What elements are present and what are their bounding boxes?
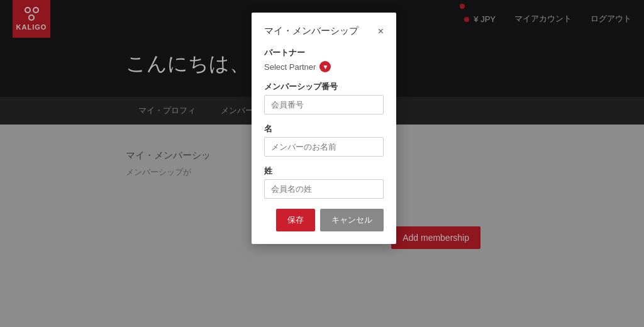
last-name-input[interactable]	[264, 179, 384, 199]
partner-select-text: Select Partner	[264, 62, 316, 72]
last-name-label: 姓	[264, 165, 384, 177]
membership-number-section: メンバーシップ番号	[264, 81, 384, 114]
cancel-button[interactable]: キャンセル	[320, 209, 384, 231]
membership-number-label: メンバーシップ番号	[264, 81, 384, 92]
modal-header: マイ・メンバーシップ ×	[264, 25, 384, 37]
partner-dropdown-icon: ▼	[319, 61, 331, 72]
modal-title: マイ・メンバーシップ	[264, 25, 358, 37]
save-button[interactable]: 保存	[276, 209, 315, 231]
last-name-section: 姓	[264, 165, 384, 199]
first-name-section: 名	[264, 123, 384, 157]
partner-section: パートナー Select Partner ▼	[264, 47, 384, 72]
first-name-label: 名	[264, 123, 384, 135]
modal-add-membership: マイ・メンバーシップ × パートナー Select Partner ▼ メンバー…	[252, 13, 396, 244]
modal-close-button[interactable]: ×	[378, 26, 384, 37]
partner-label: パートナー	[264, 47, 384, 58]
partner-select[interactable]: Select Partner ▼	[264, 61, 384, 72]
first-name-input[interactable]	[264, 137, 384, 157]
membership-number-input[interactable]	[264, 95, 384, 114]
modal-footer: 保存 キャンセル	[264, 209, 384, 231]
